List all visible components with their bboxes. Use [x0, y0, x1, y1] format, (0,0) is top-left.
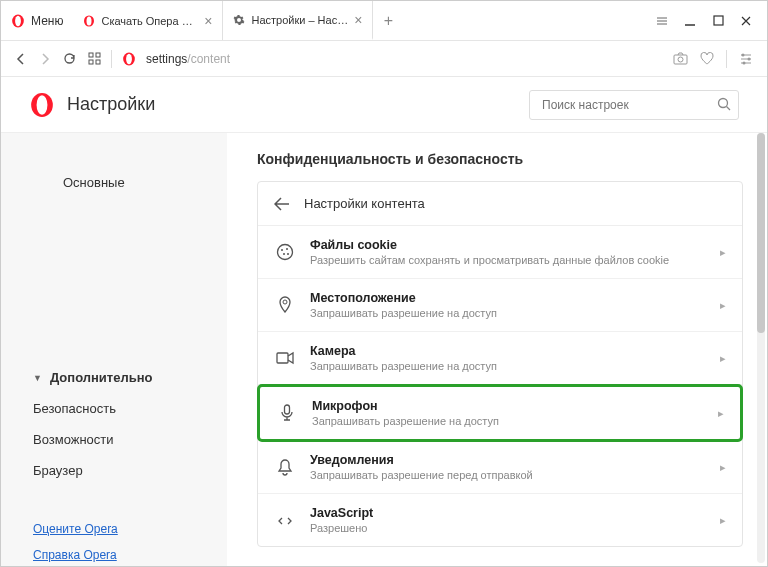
svg-rect-7: [89, 60, 93, 64]
row-title: Файлы cookie: [310, 238, 706, 252]
row-microphone[interactable]: Микрофон Запрашивать разрешение на досту…: [257, 384, 743, 442]
row-title: JavaScript: [310, 506, 706, 520]
camera-icon: [274, 351, 296, 365]
row-title: Местоположение: [310, 291, 706, 305]
menu-button[interactable]: Меню: [1, 1, 73, 40]
svg-point-13: [742, 53, 745, 56]
svg-point-24: [283, 300, 287, 304]
close-button[interactable]: [739, 14, 753, 28]
sidebar: Основные ▼ Дополнительно Безопасность Во…: [1, 133, 227, 567]
tab-settings[interactable]: Настройки – Настройки к ×: [223, 1, 373, 40]
scrollbar-thumb[interactable]: [757, 133, 765, 333]
row-text: Файлы cookie Разрешить сайтам сохранять …: [310, 238, 706, 266]
chevron-right-icon: ▸: [720, 514, 726, 527]
back-arrow-icon[interactable]: [274, 197, 290, 211]
tab-title: Настройки – Настройки к: [251, 14, 348, 26]
back-button[interactable]: [15, 53, 27, 65]
content-settings-card: Настройки контента Файлы cookie Разрешит…: [257, 181, 743, 547]
row-text: Уведомления Запрашивать разрешение перед…: [310, 453, 706, 481]
svg-point-22: [283, 253, 285, 255]
sidebar-item-label: Дополнительно: [50, 370, 153, 385]
opera-logo-icon: [29, 92, 55, 118]
row-cookies[interactable]: Файлы cookie Разрешить сайтам сохранять …: [258, 226, 742, 279]
close-icon[interactable]: ×: [354, 12, 362, 28]
maximize-button[interactable]: [711, 14, 725, 28]
minimize-button[interactable]: [683, 14, 697, 28]
sidebar-links: Оцените Opera Справка Opera: [33, 516, 227, 567]
row-subtitle: Разрешить сайтам сохранять и просматрива…: [310, 254, 706, 266]
row-text: Микрофон Запрашивать разрешение на досту…: [312, 399, 704, 427]
chevron-right-icon: ▸: [720, 461, 726, 474]
svg-rect-11: [674, 55, 687, 64]
sidebar-link-help[interactable]: Справка Opera: [33, 542, 227, 567]
row-camera[interactable]: Камера Запрашивать разрешение на доступ …: [258, 332, 742, 385]
address-bar: settings/content: [1, 41, 767, 77]
url-path: /content: [187, 52, 230, 66]
tab-title: Скачать Опера для комп: [101, 15, 198, 27]
microphone-icon: [276, 404, 298, 422]
nav-buttons: [15, 52, 101, 65]
url-host: settings: [146, 52, 187, 66]
snapshot-icon[interactable]: [673, 52, 688, 65]
row-subtitle: Запрашивать разрешение на доступ: [312, 415, 704, 427]
speed-dial-button[interactable]: [88, 52, 101, 65]
svg-point-20: [281, 249, 283, 251]
search-input[interactable]: [529, 90, 739, 120]
row-subtitle: Запрашивать разрешение перед отправкой: [310, 469, 706, 481]
gear-icon: [233, 14, 245, 26]
row-text: JavaScript Разрешено: [310, 506, 706, 534]
svg-point-12: [678, 57, 683, 62]
toolbar-menu-icon[interactable]: [655, 14, 669, 28]
row-location[interactable]: Местоположение Запрашивать разрешение на…: [258, 279, 742, 332]
chevron-right-icon: ▸: [720, 299, 726, 312]
card-title: Настройки контента: [304, 196, 425, 211]
javascript-icon: [274, 512, 296, 528]
svg-rect-6: [96, 53, 100, 57]
forward-button[interactable]: [39, 53, 51, 65]
card-header[interactable]: Настройки контента: [258, 182, 742, 226]
bell-icon: [274, 458, 296, 476]
opera-logo-icon: [11, 14, 25, 28]
row-title: Уведомления: [310, 453, 706, 467]
sidebar-item-main[interactable]: Основные: [33, 157, 227, 362]
svg-point-3: [87, 16, 92, 25]
divider: [111, 50, 112, 68]
tab-download[interactable]: Скачать Опера для комп ×: [73, 1, 223, 40]
row-notifications[interactable]: Уведомления Запрашивать разрешение перед…: [258, 441, 742, 494]
heart-icon[interactable]: [700, 52, 714, 65]
url-field[interactable]: settings/content: [146, 52, 663, 66]
sidebar-link-rate[interactable]: Оцените Opera: [33, 516, 227, 542]
addressbar-actions: [673, 50, 753, 68]
chevron-right-icon: ▸: [720, 352, 726, 365]
svg-point-19: [278, 245, 293, 260]
search-box: [529, 90, 739, 120]
sidebar-item-advanced[interactable]: ▼ Дополнительно: [33, 362, 227, 393]
chevron-right-icon: ▸: [720, 246, 726, 259]
chevron-right-icon: ▸: [718, 407, 724, 420]
easy-setup-icon[interactable]: [739, 52, 753, 66]
reload-button[interactable]: [63, 52, 76, 65]
row-subtitle: Запрашивать разрешение на доступ: [310, 360, 706, 372]
svg-rect-4: [714, 16, 723, 25]
close-icon[interactable]: ×: [204, 13, 212, 29]
sidebar-item-features[interactable]: Возможности: [33, 424, 227, 455]
row-title: Камера: [310, 344, 706, 358]
svg-point-17: [37, 95, 48, 115]
location-icon: [274, 296, 296, 314]
sidebar-item-security[interactable]: Безопасность: [33, 393, 227, 424]
new-tab-button[interactable]: +: [373, 1, 403, 40]
opera-favicon-icon: [83, 15, 95, 27]
svg-point-21: [286, 248, 288, 250]
window-controls: [641, 14, 767, 28]
svg-rect-5: [89, 53, 93, 57]
menu-label: Меню: [31, 14, 63, 28]
svg-point-18: [719, 98, 728, 107]
cookie-icon: [274, 243, 296, 261]
row-javascript[interactable]: JavaScript Разрешено ▸: [258, 494, 742, 546]
section-title: Конфиденциальность и безопасность: [257, 151, 743, 167]
svg-point-15: [743, 61, 746, 64]
row-subtitle: Запрашивать разрешение на доступ: [310, 307, 706, 319]
scrollbar[interactable]: [757, 133, 765, 563]
sidebar-item-browser[interactable]: Браузер: [33, 455, 227, 486]
row-text: Камера Запрашивать разрешение на доступ: [310, 344, 706, 372]
